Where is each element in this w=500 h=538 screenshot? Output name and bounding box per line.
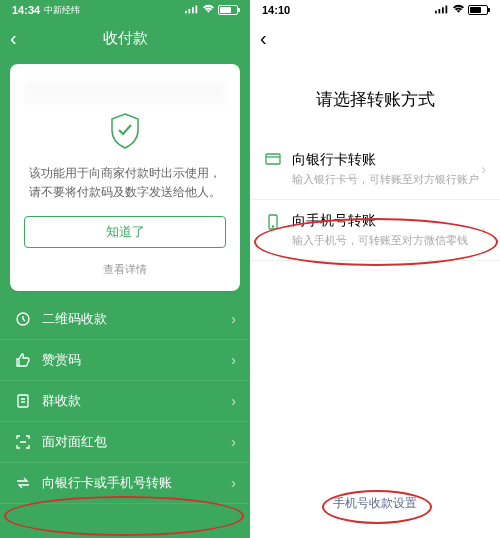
payment-notice-card: 该功能用于向商家付款时出示使用，请不要将付款码及数字发送给他人。 知道了 查看详… [10,64,240,291]
back-icon[interactable]: ‹ [10,27,17,50]
status-time: 14:34 [12,4,40,16]
chevron-right-icon: › [231,434,236,450]
screen-payment: 14:34 中新经纬 ‹ 收付款 该功能用于向商家付款时出示使用，请不要将付款码… [0,0,250,538]
chevron-right-icon: › [231,393,236,409]
menu-group-collect[interactable]: 群收款 › [0,381,250,422]
svg-rect-10 [266,154,280,164]
header: ‹ 收付款 [0,20,250,56]
view-details-link[interactable]: 查看详情 [24,262,226,277]
chevron-right-icon: › [231,311,236,327]
card-icon [264,153,282,165]
svg-rect-3 [196,6,198,14]
option-bank-card[interactable]: 向银行卡转账 输入银行卡号，可转账至对方银行账户 › [250,139,500,200]
menu-qr-collect[interactable]: 二维码收款 › [0,299,250,340]
svg-rect-2 [192,7,194,13]
blurred-content [24,82,226,104]
option-phone-number[interactable]: 向手机号转账 输入手机号，可转账至对方微信零钱 › [250,200,500,261]
svg-rect-5 [18,395,28,407]
battery-icon [468,5,488,15]
phone-collect-settings-link[interactable]: 手机号收款设置 [333,495,417,512]
menu-label: 向银行卡或手机号转账 [42,474,231,492]
clock-icon [14,311,32,327]
chevron-right-icon: › [231,352,236,368]
svg-rect-6 [435,11,437,14]
shield-check-icon [108,112,142,154]
status-carrier: 中新经纬 [44,4,80,17]
receipt-icon [14,393,32,409]
chevron-right-icon: › [231,475,236,491]
menu-label: 面对面红包 [42,433,231,451]
svg-rect-0 [185,11,187,14]
signal-icon [185,4,199,16]
menu-label: 群收款 [42,392,231,410]
battery-icon [218,5,238,15]
menu-label: 赞赏码 [42,351,231,369]
svg-rect-9 [446,6,448,14]
option-subtitle: 输入银行卡号，可转账至对方银行账户 [292,172,481,187]
screen-transfer-method: 14:10 ‹ 请选择转账方式 向银行卡转账 输入银行卡号，可转账至对方银行账户… [250,0,500,538]
scan-icon [14,434,32,450]
menu-tip-code[interactable]: 赞赏码 › [0,340,250,381]
chevron-right-icon: › [481,161,486,177]
svg-point-12 [272,226,273,227]
menu-transfer[interactable]: 向银行卡或手机号转账 › [0,463,250,504]
transfer-icon [14,475,32,491]
back-icon[interactable]: ‹ [260,27,267,50]
menu-label: 二维码收款 [42,310,231,328]
menu-face-to-face[interactable]: 面对面红包 › [0,422,250,463]
chevron-right-icon: › [481,222,486,238]
thumbs-up-icon [14,352,32,368]
wifi-icon [452,4,465,16]
svg-rect-8 [442,7,444,13]
status-bar: 14:10 [250,0,500,20]
option-title: 向手机号转账 [292,212,481,230]
option-title: 向银行卡转账 [292,151,481,169]
page-title: 收付款 [103,29,148,48]
status-bar: 14:34 中新经纬 [0,0,250,20]
phone-icon [264,214,282,230]
header: ‹ [250,20,500,56]
page-title: 请选择转账方式 [250,88,500,111]
signal-icon [435,4,449,16]
svg-rect-7 [439,9,441,13]
menu-list: 二维码收款 › 赞赏码 › 群收款 › 面对面红包 › 向银行卡或手机号转账 › [0,299,250,504]
notice-text: 该功能用于向商家付款时出示使用，请不要将付款码及数字发送给他人。 [24,164,226,202]
option-subtitle: 输入手机号，可转账至对方微信零钱 [292,233,481,248]
got-it-button[interactable]: 知道了 [24,216,226,248]
wifi-icon [202,4,215,16]
status-time: 14:10 [262,4,290,16]
svg-rect-1 [189,9,191,13]
